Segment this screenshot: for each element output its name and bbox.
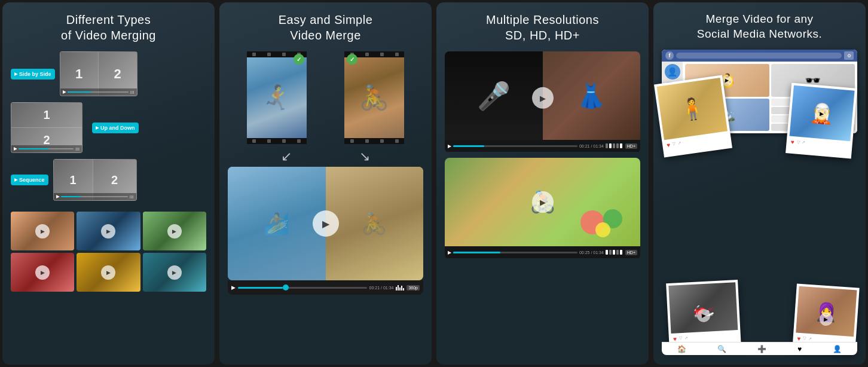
p3-bottom-bar: ▶ 00:25 / 01:34 HD+ <box>445 246 640 258</box>
bar-indicators-2: |||| <box>75 147 80 151</box>
audio-bars <box>396 285 404 290</box>
share-icon-4: ↗ <box>808 337 812 341</box>
p3-top-bar: ▶ 00:21 / 01:34 HD+ <box>445 140 640 152</box>
thumb-1[interactable]: ▶ <box>11 212 74 250</box>
p3-dots-1 <box>606 143 622 148</box>
play-icon-3: ▶ <box>56 194 59 199</box>
p3-time-1: 00:21 / 01:34 <box>579 144 604 148</box>
play-btn-t2[interactable]: ▶ <box>101 224 115 238</box>
comment-icon-2: ▽ <box>796 140 800 145</box>
thumb-4[interactable]: ▶ <box>11 253 74 292</box>
p3-progress-2[interactable] <box>453 252 577 253</box>
p3-quality-1[interactable]: HD+ <box>625 143 637 149</box>
polaroid-footer-3: ♥ ▽ ↗ <box>671 332 738 342</box>
p3-play-2[interactable]: ▶ <box>448 250 451 255</box>
heart-icon-1: ♥ <box>667 142 671 149</box>
polaroid-play-3[interactable]: ▶ <box>696 308 710 322</box>
player-progress-fill <box>238 287 283 289</box>
up-down-row: 1 2 ▶ |||| Up and Down <box>11 102 206 153</box>
thumb-2[interactable]: ▶ <box>77 212 140 250</box>
progress-bar-3 <box>61 196 128 197</box>
thumb-5[interactable]: ▶ <box>77 253 140 292</box>
result-left-half: 🏄 <box>228 167 326 280</box>
person-silhouette-right: 🚴 <box>359 84 389 112</box>
bar-indicators: |||| <box>130 90 135 94</box>
insta-home-icon[interactable]: 🏠 <box>677 345 686 353</box>
insta-heart-icon[interactable]: ♥ <box>797 345 802 353</box>
p3-time-2: 00:25 / 01:34 <box>579 250 604 255</box>
panel-3-title: Multiple Resolutions SD, HD, HD+ <box>486 12 599 43</box>
polaroid-img-1: 🧍 <box>657 78 728 140</box>
play-icon-2: ▶ <box>14 146 17 151</box>
insta-search-icon[interactable]: 🔍 <box>717 345 726 353</box>
arrow-left: ↙ <box>281 149 292 164</box>
up-num-1: 1 <box>11 103 82 128</box>
player-play-icon[interactable]: ▶ <box>231 285 236 290</box>
bar-indicators-3: |||| <box>130 195 134 198</box>
result-video: 🏄 🚴 ▶ <box>228 167 423 280</box>
quality-badge[interactable]: 360p <box>407 285 420 290</box>
balloon-yellow <box>595 222 610 237</box>
vid-left-singer: 🎤 <box>445 51 543 140</box>
sequence-badge[interactable]: Sequence <box>11 175 48 185</box>
p3-progress-1[interactable] <box>453 145 577 147</box>
play-btn-t5[interactable]: ▶ <box>101 265 115 280</box>
film-strip-area: 🏃 ✓ 🚴 ✓ <box>228 51 423 144</box>
play-btn-t3[interactable]: ▶ <box>167 224 182 238</box>
heart-icon-3: ♥ <box>673 335 677 342</box>
person-silhouette-left: 🏃 <box>262 84 292 112</box>
fb-search-bar[interactable] <box>676 53 842 59</box>
p3-quality-2[interactable]: HD+ <box>625 250 637 255</box>
p3-play-1[interactable]: ▶ <box>448 143 451 149</box>
play-icon: ▶ <box>63 90 66 94</box>
share-icon-2: ↗ <box>802 140 806 145</box>
share-icon-1: ↗ <box>677 141 681 146</box>
comment-icon-1: ▽ <box>673 142 676 147</box>
play-button-result[interactable]: ▶ <box>313 210 339 237</box>
p3-fill-1 <box>453 145 484 147</box>
arrow-right: ↘ <box>359 149 370 164</box>
thumbnail-grid: ▶ ▶ ▶ ▶ ▶ ▶ <box>11 212 206 292</box>
p3-dots-2 <box>606 250 622 255</box>
fb-logo: f <box>665 51 674 60</box>
player-progress-track[interactable] <box>238 287 367 289</box>
sequence-label: Sequence <box>19 177 45 183</box>
player-thumb[interactable] <box>283 285 289 290</box>
video-bottom: 🚴 ▶ ▶ 00:25 / 01:34 HD+ <box>445 158 640 259</box>
up-down-badge[interactable]: Up and Down <box>92 123 139 133</box>
up-down-label: Up and Down <box>100 125 135 131</box>
panel-4-title: Merge Video for any Social Media Network… <box>697 12 823 41</box>
play-btn-top[interactable]: ▶ <box>532 87 554 109</box>
result-person-2: 🚴 <box>361 212 387 236</box>
side-by-side-row: Side by Side 1 2 ▶ |||| <box>11 51 206 96</box>
thumb-3[interactable]: ▶ <box>143 212 206 250</box>
instagram-nav-bar: 🏠 🔍 ➕ ♥ 👤 <box>662 342 857 355</box>
polaroid-img-4: 🧕 ▶ <box>796 286 857 337</box>
side-by-side-badge[interactable]: Side by Side <box>11 69 55 79</box>
share-icon-3: ↗ <box>684 335 688 340</box>
panel-3: Multiple Resolutions SD, HD, HD+ 🎤 👗 ▶ ▶ <box>436 2 649 365</box>
check-badge-left: ✓ <box>294 54 304 65</box>
polaroid-img-2: 🧝 ▶ <box>790 85 855 142</box>
polaroid-card-2: 🧝 ▶ ♥ ▽ ↗ <box>786 83 857 159</box>
fb-settings-icon[interactable]: ⚙ <box>844 51 854 60</box>
up-down-preview: 1 2 ▶ |||| <box>11 102 82 153</box>
insta-add-icon[interactable]: ➕ <box>757 345 766 353</box>
polaroid-img-3: 🏍️ ▶ <box>668 282 738 334</box>
play-btn-t4[interactable]: ▶ <box>35 265 50 280</box>
polaroid-card-1: 🧍 ♥ ▽ ↗ <box>654 75 732 158</box>
polaroid-play-4[interactable]: ▶ <box>819 312 833 326</box>
panel-4: Merge Video for any Social Media Network… <box>653 2 866 365</box>
vid-right-fashion: 👗 <box>543 51 641 140</box>
video-top: 🎤 👗 ▶ ▶ 00:21 / 01:34 <box>445 51 640 153</box>
play-btn-bottom[interactable]: ▶ <box>532 191 554 213</box>
fb-user-avatar: 👤 <box>665 64 680 79</box>
insta-profile-icon[interactable]: 👤 <box>833 345 842 353</box>
play-btn-t1[interactable]: ▶ <box>35 224 50 238</box>
sequence-preview: 1 2 ▶ |||| <box>53 159 137 201</box>
panel-2: Easy and Simple Video Merge 🏃 ✓ <box>219 2 432 365</box>
play-btn-t6[interactable]: ▶ <box>167 265 182 280</box>
thumb-6[interactable]: ▶ <box>143 253 206 292</box>
film-strip-left: 🏃 ✓ <box>247 51 307 144</box>
comment-icon-4: ▽ <box>803 336 806 341</box>
